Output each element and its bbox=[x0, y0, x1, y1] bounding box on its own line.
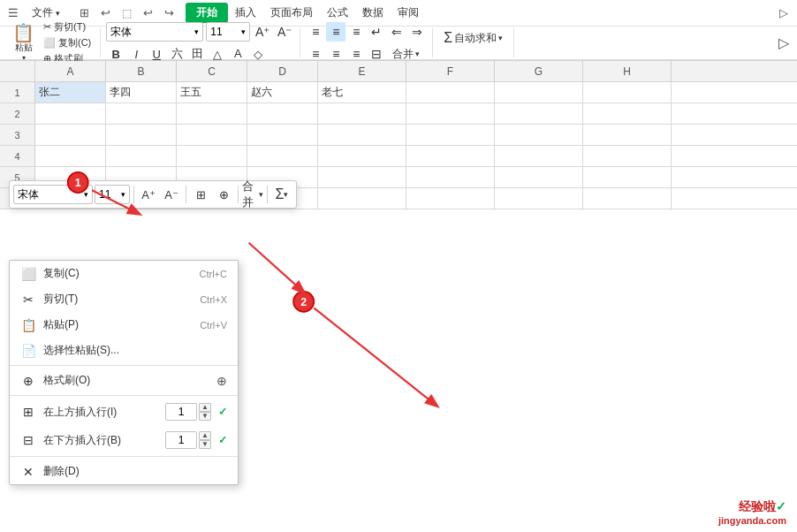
menu-start[interactable]: 开始 bbox=[186, 3, 228, 23]
cell-2d[interactable] bbox=[247, 103, 318, 124]
ctx-paste[interactable]: 📋 粘贴(P) Ctrl+V bbox=[10, 312, 238, 338]
ctx-insert-below-down[interactable]: ▼ bbox=[199, 440, 211, 449]
cell-1a[interactable]: 张二 bbox=[35, 82, 106, 103]
mt-merge-dropdown[interactable]: ▾ bbox=[259, 190, 263, 199]
ctx-insert-below-up[interactable]: ▲ bbox=[199, 431, 211, 440]
undo-icon[interactable]: ↩ bbox=[138, 4, 157, 23]
col-header-b[interactable]: B bbox=[106, 61, 177, 82]
cell-3g[interactable] bbox=[495, 125, 583, 145]
ctx-selective-paste[interactable]: 📄 选择性粘贴(S)... bbox=[10, 338, 238, 363]
autosum-dropdown[interactable]: ▾ bbox=[498, 34, 503, 42]
col-header-c[interactable]: C bbox=[177, 61, 247, 82]
font-shrink-button[interactable]: A⁻ bbox=[275, 22, 294, 42]
cell-1d[interactable]: 赵六 bbox=[247, 82, 318, 103]
hamburger-icon[interactable]: ☰ bbox=[4, 4, 23, 23]
cell-1b[interactable]: 李四 bbox=[106, 82, 177, 103]
cell-6g[interactable] bbox=[495, 188, 583, 209]
menu-page-layout[interactable]: 页面布局 bbox=[263, 3, 320, 23]
copy-button[interactable]: ⬜ 复制(C) bbox=[40, 35, 95, 50]
indent-left[interactable]: ⇐ bbox=[387, 22, 406, 42]
cell-3d[interactable] bbox=[247, 125, 318, 145]
copy2-icon[interactable]: ⬚ bbox=[117, 4, 136, 23]
ctx-insert-below-input[interactable] bbox=[165, 431, 197, 449]
cell-4g[interactable] bbox=[495, 146, 583, 166]
col-header-g[interactable]: G bbox=[495, 61, 583, 82]
ctx-insert-below-confirm[interactable]: ✓ bbox=[218, 434, 227, 446]
mt-merge-button[interactable]: 合并 ▾ bbox=[242, 184, 263, 205]
cell-1e[interactable]: 老七 bbox=[318, 82, 406, 103]
cell-3a[interactable] bbox=[35, 125, 106, 145]
menu-insert[interactable]: 插入 bbox=[228, 3, 263, 23]
ctx-insert-row-above[interactable]: ⊞ 在上方插入行(I) ▲ ▼ ✓ bbox=[10, 398, 238, 426]
cell-4b[interactable] bbox=[106, 146, 177, 166]
cell-2f[interactable] bbox=[406, 103, 495, 124]
col-header-h[interactable]: H bbox=[583, 61, 672, 82]
align-top-left[interactable]: ≡ bbox=[306, 22, 325, 42]
mt-border-button[interactable]: ⊞ bbox=[190, 184, 211, 205]
cell-3h[interactable] bbox=[583, 125, 672, 145]
ribbon-collapse-icon[interactable]: ▷ bbox=[774, 34, 793, 53]
cell-5g[interactable] bbox=[495, 167, 583, 187]
redo-icon[interactable]: ↪ bbox=[159, 4, 178, 23]
align-top-right[interactable]: ≡ bbox=[346, 22, 366, 42]
ctx-cut[interactable]: ✂ 剪切(T) Ctrl+X bbox=[10, 286, 238, 312]
ctx-insert-above-up[interactable]: ▲ bbox=[199, 403, 211, 412]
ctx-insert-above-input[interactable] bbox=[165, 403, 197, 421]
font-selector[interactable]: 宋体 ▾ bbox=[106, 22, 203, 42]
col-header-e[interactable]: E bbox=[318, 61, 406, 82]
cell-4h[interactable] bbox=[583, 146, 672, 166]
cell-1g[interactable] bbox=[495, 82, 583, 103]
cell-3f[interactable] bbox=[406, 125, 495, 145]
cell-3e[interactable] bbox=[318, 125, 406, 145]
cell-2c[interactable] bbox=[177, 103, 247, 124]
cell-4c[interactable] bbox=[177, 146, 247, 166]
wrap-text[interactable]: ↵ bbox=[367, 22, 386, 42]
ctx-delete[interactable]: ✕ 删除(D) bbox=[10, 459, 238, 484]
ctx-format-brush[interactable]: ⊕ 格式刷(O) ⊕ bbox=[10, 368, 238, 393]
ctx-insert-above-down[interactable]: ▼ bbox=[199, 412, 211, 421]
menu-review[interactable]: 审阅 bbox=[391, 3, 426, 23]
cell-2a[interactable] bbox=[35, 103, 106, 124]
col-header-d[interactable]: D bbox=[247, 61, 318, 82]
mt-lock-button[interactable]: ⊕ bbox=[213, 184, 234, 205]
mt-size-selector[interactable]: 11 ▾ bbox=[95, 185, 130, 204]
merge-dropdown[interactable]: ▾ bbox=[415, 49, 420, 58]
cell-6f[interactable] bbox=[406, 188, 495, 209]
cell-4a[interactable] bbox=[35, 146, 106, 166]
cell-1f[interactable] bbox=[406, 82, 495, 103]
cell-1h[interactable] bbox=[583, 82, 672, 103]
font-grow-button[interactable]: A⁺ bbox=[253, 22, 272, 42]
mt-font-selector[interactable]: 宋体 ▾ bbox=[13, 185, 93, 204]
cell-2g[interactable] bbox=[495, 103, 583, 124]
cell-5f[interactable] bbox=[406, 167, 495, 187]
col-header-f[interactable]: F bbox=[406, 61, 495, 82]
undo-history-icon[interactable]: ↩ bbox=[95, 4, 115, 23]
mt-sigma-button[interactable]: Σ ▾ bbox=[271, 184, 292, 205]
cell-3b[interactable] bbox=[106, 125, 177, 145]
paste-button[interactable]: 📋 粘贴 ▾ bbox=[9, 22, 38, 64]
cell-4e[interactable] bbox=[318, 146, 406, 166]
cut-button[interactable]: ✂ 剪切(T) bbox=[40, 19, 95, 34]
font-size-selector[interactable]: 11 ▾ bbox=[206, 22, 250, 42]
autosum-button[interactable]: Σ 自动求和 ▾ bbox=[438, 28, 508, 48]
ctx-insert-row-below[interactable]: ⊟ 在下方插入行(B) ▲ ▼ ✓ bbox=[10, 426, 238, 454]
cell-2e[interactable] bbox=[318, 103, 406, 124]
indent-right[interactable]: ⇒ bbox=[407, 22, 427, 42]
ctx-copy[interactable]: ⬜ 复制(C) Ctrl+C bbox=[10, 261, 238, 286]
menu-data[interactable]: 数据 bbox=[355, 3, 391, 23]
mt-sigma-dropdown[interactable]: ▾ bbox=[284, 190, 288, 199]
cell-2h[interactable] bbox=[583, 103, 672, 124]
ctx-insert-above-confirm[interactable]: ✓ bbox=[218, 406, 227, 418]
cell-6e[interactable] bbox=[318, 188, 406, 209]
menu-formula[interactable]: 公式 bbox=[320, 3, 355, 23]
cell-5e[interactable] bbox=[318, 167, 406, 187]
more-icon[interactable]: ▷ bbox=[774, 4, 793, 23]
cell-4d[interactable] bbox=[247, 146, 318, 166]
cell-3c[interactable] bbox=[177, 125, 247, 145]
align-top-center[interactable]: ≡ bbox=[326, 22, 345, 42]
cell-5h[interactable] bbox=[583, 167, 672, 187]
cell-1c[interactable]: 王五 bbox=[177, 82, 247, 103]
cell-4f[interactable] bbox=[406, 146, 495, 166]
mt-font-grow[interactable]: A⁺ bbox=[138, 184, 159, 205]
col-header-a[interactable]: A bbox=[35, 61, 106, 82]
